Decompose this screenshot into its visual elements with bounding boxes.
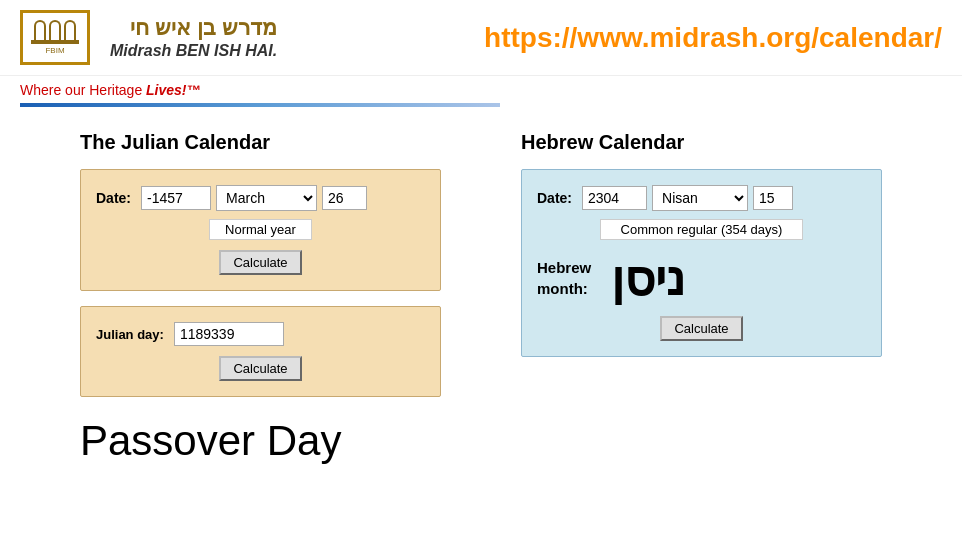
hebrew-glyph: ניסן <box>611 250 685 306</box>
hebrew-date-row: Date: Nisan Iyar Sivan Tammuz Av Elul Ti… <box>537 185 866 211</box>
julian-day-calculate-button[interactable]: Calculate <box>219 356 301 381</box>
logo-arches <box>34 20 76 40</box>
julian-date-label: Date: <box>96 190 131 206</box>
julian-title: The Julian Calendar <box>80 131 441 154</box>
julian-day-input[interactable] <box>322 186 367 210</box>
julian-year-type: Normal year <box>209 219 312 240</box>
tagline: Where our Heritage Lives!™ <box>20 82 201 98</box>
hebrew-date-label: Date: <box>537 190 572 206</box>
hebrew-year-type: Common regular (354 days) <box>600 219 804 240</box>
julian-calculate-button[interactable]: Calculate <box>219 250 301 275</box>
hebrew-calc-box: Date: Nisan Iyar Sivan Tammuz Av Elul Ti… <box>521 169 882 357</box>
logo-base <box>31 40 79 44</box>
julian-date-row: Date: January February March April May J… <box>96 185 425 211</box>
julian-calc-box: Date: January February March April May J… <box>80 169 441 291</box>
tagline-live: Lives!™ <box>146 82 200 98</box>
hebrew-month-section: Hebrewmonth: ניסן <box>537 250 866 306</box>
julian-month-select[interactable]: January February March April May June Ju… <box>216 185 317 211</box>
header-text-area: מדרש בן איש חי Midrash BEN ISH HAI. <box>110 15 277 59</box>
hebrew-title: Hebrew Calendar <box>521 131 882 154</box>
hebrew-month-text-label: Hebrewmonth: <box>537 257 591 299</box>
hebrew-section: Hebrew Calendar Date: Nisan Iyar Sivan T… <box>521 131 882 465</box>
tagline-bar: Where our Heritage Lives!™ <box>0 76 962 99</box>
logo-box: FBIM <box>20 10 90 65</box>
julian-day-box: Julian day: Calculate <box>80 306 441 397</box>
hebrew-year-type-row: Common regular (354 days) <box>537 219 866 240</box>
julian-day-label: Julian day: <box>96 327 164 342</box>
header-hebrew: מדרש בן איש חי <box>110 15 277 41</box>
logo-small-text: FBIM <box>45 46 64 55</box>
hebrew-day-input[interactable] <box>753 186 793 210</box>
blue-divider <box>20 103 500 107</box>
header: FBIM מדרש בן איש חי Midrash BEN ISH HAI.… <box>0 0 962 76</box>
logo-arch-3 <box>64 20 76 40</box>
julian-year-input[interactable] <box>141 186 211 210</box>
hebrew-year-input[interactable] <box>582 186 647 210</box>
hebrew-calculate-button[interactable]: Calculate <box>660 316 742 341</box>
julian-section: The Julian Calendar Date: January Februa… <box>80 131 441 465</box>
julian-year-type-row: Normal year <box>96 219 425 240</box>
logo-inner: FBIM <box>30 18 80 58</box>
julian-day-value-input[interactable] <box>174 322 284 346</box>
julian-calc-btn-row: Calculate <box>96 250 425 275</box>
logo-area: FBIM <box>20 10 90 65</box>
passover-section: Passover Day <box>80 397 441 465</box>
header-subtitle: Midrash BEN ISH HAI. <box>110 42 277 60</box>
main-content: The Julian Calendar Date: January Februa… <box>0 111 962 485</box>
tagline-prefix: Where our Heritage <box>20 82 146 98</box>
logo-arch-2 <box>49 20 61 40</box>
julian-day-row: Julian day: <box>96 322 425 346</box>
julian-day-calc-btn-row: Calculate <box>96 356 425 381</box>
hebrew-calc-btn-row: Calculate <box>537 316 866 341</box>
logo-arch-1 <box>34 20 46 40</box>
passover-title: Passover Day <box>80 417 441 465</box>
header-url[interactable]: https://www.midrash.org/calendar/ <box>484 22 942 54</box>
hebrew-month-select[interactable]: Nisan Iyar Sivan Tammuz Av Elul Tishri C… <box>652 185 748 211</box>
